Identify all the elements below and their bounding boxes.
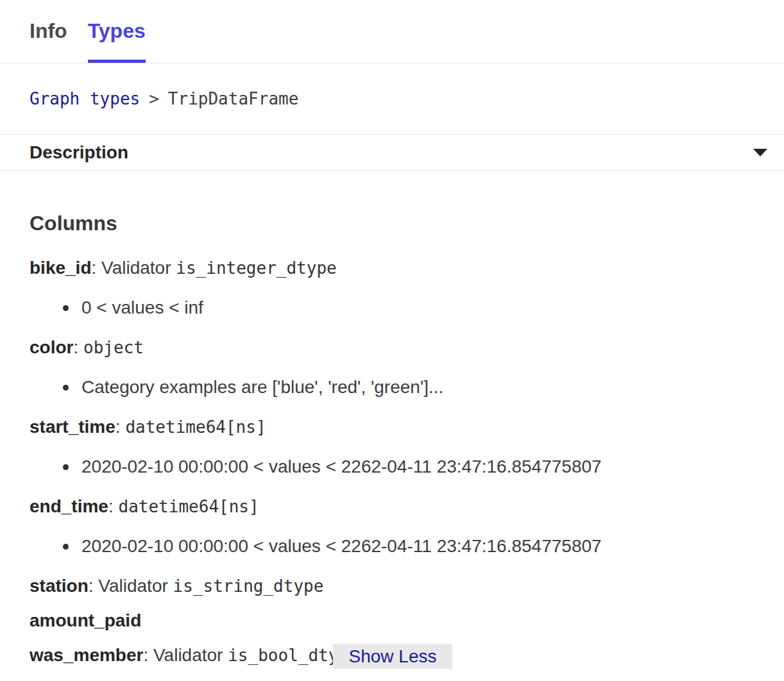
column-constraint: Category examples are ['blue', 'red', 'g… [30,376,754,398]
column-entry-color: color: object [30,337,754,358]
types-panel: Info Types Graph types > TripDataFrame D… [0,0,784,681]
column-constraint: 0 < values < inf [30,297,754,319]
column-entry-end-time: end_time: datetime64[ns] [30,496,754,517]
breadcrumb-separator: > [140,89,168,108]
breadcrumb-current-type: TripDataFrame [168,89,299,108]
column-name: amount_paid [30,610,141,630]
column-separator: : Validator [89,576,173,596]
tab-types[interactable]: Types [88,0,146,63]
column-name: station [30,576,89,596]
bullet-icon [63,464,69,470]
constraint-text: 0 < values < inf [81,298,203,317]
column-type: datetime64[ns] [125,417,266,437]
column-constraint: 2020-02-10 00:00:00 < values < 2262-04-1… [30,456,754,478]
column-entry-start-time: start_time: datetime64[ns] [30,416,754,438]
column-separator: : [108,496,119,516]
column-type: object [83,338,144,357]
columns-heading: Columns [30,211,754,235]
breadcrumb-link-graph-types[interactable]: Graph types [30,89,140,108]
column-type: is_integer_dtype [176,258,336,278]
constraint-text: 2020-02-10 00:00:00 < values < 2262-04-1… [81,457,602,476]
column-type: is_string_dtype [173,576,324,596]
column-separator: : Validator [143,645,228,665]
column-entry-station: station: Validator is_string_dtype [30,575,754,597]
column-entry-bike-id: bike_id: Validator is_integer_dtype [30,257,754,279]
chevron-down-icon[interactable] [753,149,767,156]
column-name: start_time [30,417,115,437]
constraint-text: Category examples are ['blue', 'red', 'g… [81,377,443,397]
column-name: color [30,337,73,357]
column-name: end_time [30,496,108,516]
bullet-icon [63,305,69,311]
bullet-icon [63,544,69,550]
constraint-text: 2020-02-10 00:00:00 < values < 2262-04-1… [81,536,602,556]
column-name: was_member [30,645,143,665]
column-type: datetime64[ns] [119,497,259,516]
columns-section: Columns bike_id: Validator is_integer_dt… [0,211,784,666]
column-name: bike_id [30,258,91,278]
column-separator: : [73,337,83,357]
description-title: Description [30,142,128,163]
column-separator: : [115,417,126,437]
show-less-button[interactable]: Show Less [333,644,452,669]
tab-bar: Info Types [0,0,784,63]
column-separator: : Validator [91,258,176,278]
tab-info[interactable]: Info [30,0,67,63]
bullet-icon [63,385,69,391]
description-section-header[interactable]: Description [0,135,784,171]
column-entry-amount-paid: amount_paid [30,610,754,632]
column-constraint: 2020-02-10 00:00:00 < values < 2262-04-1… [30,535,754,557]
breadcrumb: Graph types > TripDataFrame [0,63,784,135]
